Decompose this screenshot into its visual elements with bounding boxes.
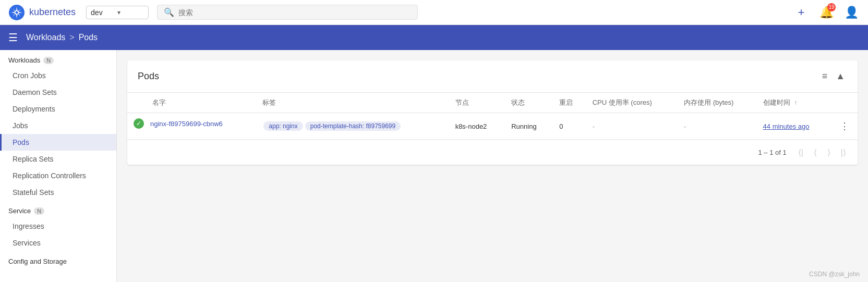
pod-node-cell: k8s-node2: [449, 113, 505, 140]
svg-point-2: [16, 11, 18, 14]
pods-card: Pods ≡ ▲ 名字 标签 节点 状态 重启 CPU 使用率 (cores) …: [127, 60, 858, 165]
pagination-info: 1 – 1 of 1: [758, 149, 786, 156]
sidebar-item-replica-sets[interactable]: Replica Sets: [0, 151, 116, 167]
navbar-right: + 🔔 19 👤: [793, 4, 860, 21]
table-header-row: 名字 标签 节点 状态 重启 CPU 使用率 (cores) 内存使用 (byt…: [127, 93, 858, 113]
status-icon: ✓: [134, 118, 144, 129]
breadcrumb-separator: >: [69, 33, 74, 42]
pagination-prev-button[interactable]: ⟨: [811, 145, 820, 160]
pod-name-cell: ✓nginx-f89759699-cbnw6: [127, 113, 256, 134]
collapse-button[interactable]: ▲: [834, 69, 847, 84]
breadcrumb-parent[interactable]: Workloads: [26, 33, 65, 42]
sidebar-item-services[interactable]: Services: [0, 235, 116, 251]
pod-actions-cell: ⋮: [831, 113, 858, 140]
pagination-row: 1 – 1 of 1 ⟨| ⟨ ⟩ |⟩: [127, 140, 858, 165]
pod-restarts-cell: 0: [553, 113, 586, 140]
pod-memory-cell: -: [678, 113, 757, 140]
main-content: Pods ≡ ▲ 名字 标签 节点 状态 重启 CPU 使用率 (cores) …: [117, 50, 868, 282]
app-body: Workloads N Cron Jobs Daemon Sets Deploy…: [0, 50, 868, 282]
footer-watermark: CSDN @zsk_john: [809, 271, 860, 278]
namespace-value: dev: [91, 8, 117, 17]
pod-tag: pod-template-hash: f89759699: [305, 121, 401, 131]
card-header: Pods ≡ ▲: [127, 60, 858, 93]
sidebar-item-pods[interactable]: Pods: [0, 134, 116, 151]
workloads-badge: N: [43, 57, 54, 64]
col-header-node: 节点: [449, 93, 505, 113]
sidebar: Workloads N Cron Jobs Daemon Sets Deploy…: [0, 50, 117, 282]
config-label: Config and Storage: [8, 258, 67, 265]
pod-state-cell: Running: [505, 113, 553, 140]
sidebar-item-stateful-sets[interactable]: Stateful Sets: [0, 184, 116, 201]
col-header-status: 状态: [505, 93, 553, 113]
col-header-created[interactable]: 创建时间 ↑: [757, 93, 831, 113]
service-section-header: Service N: [0, 201, 116, 218]
breadcrumb-current: Pods: [79, 33, 98, 42]
logo: kubernetes: [8, 4, 76, 21]
col-header-name: 名字: [127, 93, 256, 113]
service-label: Service: [8, 207, 31, 215]
notifications-button[interactable]: 🔔 19: [818, 4, 835, 21]
sidebar-item-jobs[interactable]: Jobs: [0, 117, 116, 134]
breadcrumb-bar: ☰ Workloads > Pods: [0, 25, 868, 50]
sidebar-item-daemon-sets[interactable]: Daemon Sets: [0, 84, 116, 101]
chevron-down-icon: ▾: [117, 9, 144, 16]
config-section-header: Config and Storage: [0, 251, 116, 268]
add-icon: +: [798, 6, 805, 19]
kubernetes-icon: [8, 4, 25, 21]
pagination-first-button[interactable]: ⟨|: [795, 145, 806, 160]
col-header-restarts: 重启: [553, 93, 586, 113]
pods-table: 名字 标签 节点 状态 重启 CPU 使用率 (cores) 内存使用 (byt…: [127, 93, 858, 140]
card-title: Pods: [138, 71, 820, 82]
sort-icon: ↑: [794, 99, 797, 106]
sidebar-item-replication-controllers[interactable]: Replication Controllers: [0, 167, 116, 184]
col-header-actions: [831, 93, 858, 113]
pagination-next-button[interactable]: ⟩: [824, 145, 834, 160]
menu-icon[interactable]: ☰: [8, 31, 18, 44]
col-header-labels: 标签: [256, 93, 449, 113]
pod-created-link[interactable]: 44 minutes ago: [763, 122, 810, 130]
pod-tag: app: nginx: [263, 121, 303, 131]
table-row: ✓nginx-f89759699-cbnw6app: nginxpod-temp…: [127, 113, 858, 140]
workloads-label: Workloads: [8, 56, 40, 64]
pod-created-cell: 44 minutes ago: [757, 113, 831, 140]
add-button[interactable]: +: [793, 4, 810, 21]
workloads-section-header: Workloads N: [0, 50, 116, 67]
card-actions: ≡ ▲: [820, 69, 847, 84]
pod-actions-button[interactable]: ⋮: [838, 118, 851, 134]
user-button[interactable]: 👤: [843, 4, 860, 21]
namespace-selector[interactable]: dev ▾: [86, 6, 149, 19]
search-box: 🔍: [157, 5, 418, 20]
col-header-cpu: CPU 使用率 (cores): [586, 93, 678, 113]
sidebar-item-cron-jobs[interactable]: Cron Jobs: [0, 67, 116, 84]
pod-name-link[interactable]: nginx-f89759699-cbnw6: [150, 120, 223, 128]
pagination-last-button[interactable]: |⟩: [838, 145, 849, 160]
app-title: kubernetes: [29, 7, 76, 18]
notifications-badge: 19: [827, 3, 836, 11]
filter-button[interactable]: ≡: [820, 69, 830, 84]
pod-tags-cell: app: nginxpod-template-hash: f89759699: [256, 113, 449, 140]
sidebar-item-ingresses[interactable]: Ingresses: [0, 218, 116, 235]
pod-cpu-cell: -: [586, 113, 678, 140]
navbar: kubernetes dev ▾ 🔍 + 🔔 19 👤: [0, 0, 868, 25]
user-icon: 👤: [845, 6, 859, 19]
search-input[interactable]: [178, 8, 411, 17]
service-badge: N: [34, 207, 44, 215]
search-icon: 🔍: [164, 7, 174, 17]
sidebar-item-deployments[interactable]: Deployments: [0, 101, 116, 117]
col-header-memory: 内存使用 (bytes): [678, 93, 757, 113]
